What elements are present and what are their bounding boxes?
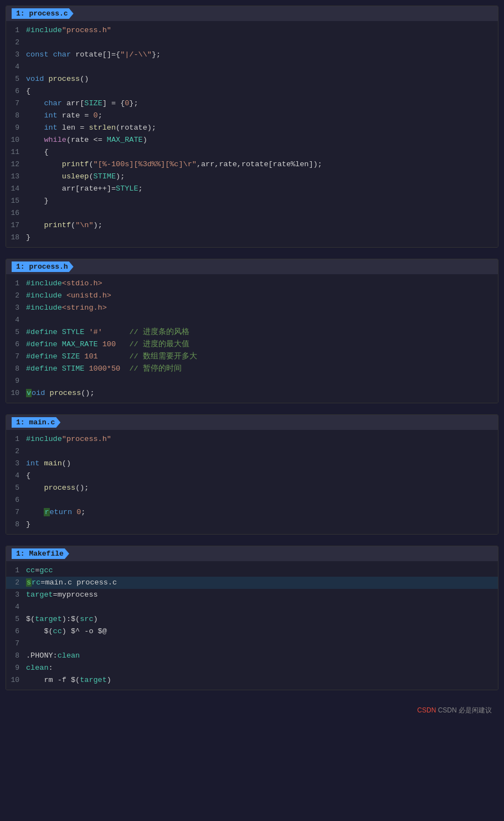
- code-line: 8 .PHONY:clean: [6, 650, 498, 662]
- code-line: 5 #define STYLE '#' // 进度条的风格: [6, 326, 498, 338]
- code-line: 16: [6, 207, 498, 219]
- code-line: 1 #include"process.h": [6, 433, 498, 445]
- code-block-process-c: 1: process.c 1 #include"process.h" 2 3 c…: [6, 6, 498, 248]
- code-body-makefile: 1 cc=gcc 2 src=main.c process.c 3 target…: [6, 561, 498, 690]
- code-line: 9 int len = strlen(rotate);: [6, 122, 498, 134]
- code-block-main-c: 1: main.c 1 #include"process.h" 2 3 int …: [6, 414, 498, 535]
- code-line: 17 printf("\n");: [6, 219, 498, 232]
- code-line: 6 $(cc) $^ -o $@: [6, 625, 498, 638]
- code-body-process-h: 1 #include<stdio.h> 2 #include <unistd.h…: [6, 274, 498, 403]
- tab-process-c: 1: process.c: [12, 8, 74, 19]
- code-line: 2: [6, 37, 498, 49]
- code-line: 5 $(target):$(src): [6, 613, 498, 625]
- code-block-process-h: 1: process.h 1 #include<stdio.h> 2 #incl…: [6, 259, 498, 403]
- code-line: 14 arr[rate++]=STYLE;: [6, 183, 498, 195]
- code-header-process-h: 1: process.h: [6, 259, 498, 274]
- tab-process-h: 1: process.h: [12, 261, 74, 272]
- code-line: 9 clean:: [6, 662, 498, 674]
- tab-makefile: 1: Makefile: [12, 548, 69, 559]
- code-line: 3 #include<string.h>: [6, 302, 498, 314]
- code-line: 2 #include <unistd.h>: [6, 290, 498, 302]
- code-line: 3 target=myprocess: [6, 589, 498, 601]
- code-line: 6: [6, 494, 498, 506]
- code-line: 18 }: [6, 232, 498, 244]
- code-line: 10 rm -f $(target): [6, 674, 498, 686]
- code-line: 8 int rate = 0;: [6, 110, 498, 122]
- code-line: 6 {: [6, 85, 498, 98]
- code-line: 5 process();: [6, 482, 498, 494]
- code-line: 8 #define STIME 1000*50 // 暂停的时间: [6, 363, 498, 375]
- code-line: 3 const char rotate[]={"|/-\\"};: [6, 49, 498, 61]
- code-line: 7 char arr[SIZE] = {0};: [6, 98, 498, 110]
- code-line: 7 return 0;: [6, 506, 498, 519]
- code-line: 4: [6, 314, 498, 326]
- code-line: 13 usleep(STIME);: [6, 171, 498, 183]
- code-line: 4: [6, 601, 498, 613]
- code-line: 7 #define SIZE 101 // 数组需要开多大: [6, 351, 498, 363]
- code-line: 7: [6, 638, 498, 650]
- code-line: 1 cc=gcc: [6, 565, 498, 577]
- code-line: 9: [6, 375, 498, 387]
- code-line: 4 {: [6, 470, 498, 482]
- code-line: 12 printf("[%-100s][%3d%%][%c]\r",arr,ra…: [6, 158, 498, 171]
- watermark: CSDN CSDN 必是闲建议: [6, 701, 498, 717]
- code-header-process-c: 1: process.c: [6, 6, 498, 21]
- code-line: 5 void process(): [6, 73, 498, 85]
- tab-main-c: 1: main.c: [12, 417, 60, 428]
- code-line: 4: [6, 61, 498, 73]
- code-line: 10 void process();: [6, 387, 498, 399]
- code-line: 2: [6, 445, 498, 458]
- code-body-main-c: 1 #include"process.h" 2 3 int main() 4 {…: [6, 430, 498, 534]
- code-line: 8 }: [6, 519, 498, 531]
- code-line: 15 }: [6, 195, 498, 207]
- code-block-makefile: 1: Makefile 1 cc=gcc 2 src=main.c proces…: [6, 546, 498, 690]
- code-line: 6 #define MAX_RATE 100 // 进度的最大值: [6, 338, 498, 351]
- code-line: 1 #include"process.h": [6, 24, 498, 37]
- code-line: 10 while(rate <= MAX_RATE): [6, 134, 498, 146]
- code-line: 11 {: [6, 146, 498, 158]
- code-header-makefile: 1: Makefile: [6, 546, 498, 561]
- code-line: 1 #include<stdio.h>: [6, 278, 498, 290]
- code-line: 3 int main(): [6, 458, 498, 470]
- code-header-main-c: 1: main.c: [6, 415, 498, 430]
- code-body-process-c: 1 #include"process.h" 2 3 const char rot…: [6, 21, 498, 247]
- code-line: 2 src=main.c process.c: [6, 577, 498, 589]
